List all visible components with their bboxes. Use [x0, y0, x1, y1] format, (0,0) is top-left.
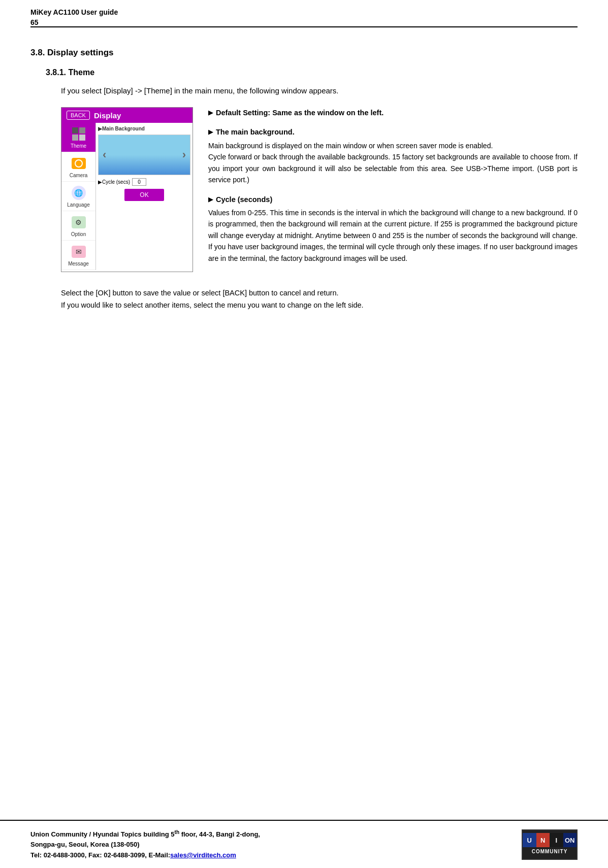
logo-bottom: COMMUNITY — [523, 847, 577, 856]
sidebar-label-theme: Theme — [71, 143, 86, 149]
sidebar-item-option[interactable]: ⚙ Option — [61, 211, 95, 241]
next-arrow[interactable]: › — [182, 148, 186, 161]
description-column: Default Setting: Same as the window on t… — [208, 107, 578, 272]
header: MiKey AC1100 User guide — [0, 0, 608, 17]
main-background-body: Main background is displayed on the main… — [208, 140, 578, 186]
footer-line2: Songpa-gu, Seoul, Korea (138-050) — [30, 841, 140, 848]
union-community-logo: U N I ON COMMUNITY — [522, 829, 578, 860]
footer-text: Union Community / Hyundai Topics buildin… — [30, 828, 260, 861]
cycle-seconds-heading: Cycle (seconds) — [208, 194, 578, 205]
footer-email-link[interactable]: sales@virditech.com — [170, 851, 236, 859]
sidebar-label-message: Message — [68, 261, 89, 266]
subsection-title: 3.8.1. Theme — [46, 68, 578, 77]
logo-cell-i: I — [550, 833, 563, 847]
header-title: MiKey AC1100 User guide — [30, 8, 118, 16]
page-container: MiKey AC1100 User guide 65 3.8. Display … — [0, 0, 608, 868]
two-column-layout: BACK Display — [61, 107, 578, 272]
camera-icon — [71, 155, 87, 172]
footer-line1: Union Community / Hyundai Topics buildin… — [30, 830, 260, 838]
desc-cycle-seconds: Cycle (seconds) Values from 0-255. This … — [208, 194, 578, 264]
sidebar-item-camera[interactable]: Camera — [61, 152, 95, 182]
device-header-title: Display — [94, 111, 121, 120]
page-number: 65 — [30, 18, 578, 26]
intro-text: If you select [Display] -> [Theme] in th… — [61, 86, 578, 95]
desc-default-setting: Default Setting: Same as the window on t… — [208, 107, 578, 118]
logo-top: U N I ON — [523, 833, 577, 847]
language-icon: 🌐 — [71, 185, 87, 201]
sidebar-item-theme[interactable]: Theme — [61, 123, 95, 152]
option-icon: ⚙ — [71, 214, 87, 230]
prev-arrow[interactable]: ‹ — [103, 148, 106, 161]
sidebar-label-language: Language — [67, 202, 90, 208]
logo-cell-u: U — [523, 833, 536, 847]
theme-icon — [71, 126, 87, 142]
footer-line3: Tel: 02-6488-3000, Fax: 02-6488-3099, E-… — [30, 851, 236, 859]
desc-main-background: The main background. Main background is … — [208, 126, 578, 185]
message-icon: ✉ — [71, 244, 87, 260]
section-title: 3.8. Display settings — [30, 48, 578, 58]
background-preview: ‹ › — [98, 135, 190, 175]
logo-cell-n: N — [536, 833, 550, 847]
device-body: Theme Camera 🌐 — [61, 123, 193, 270]
device-main: ▶Main Background ‹ › ▶Cycle (secs) OK — [96, 123, 193, 270]
ok-button[interactable]: OK — [124, 189, 164, 201]
device-header: BACK Display — [61, 108, 193, 123]
main-background-label: ▶Main Background — [98, 126, 190, 131]
sidebar-item-message[interactable]: ✉ Message — [61, 241, 95, 270]
cycle-input[interactable] — [132, 178, 146, 186]
footer: Union Community / Hyundai Topics buildin… — [0, 820, 608, 868]
default-setting-heading: Default Setting: Same as the window on t… — [208, 107, 578, 118]
logo-cell-on: ON — [563, 833, 577, 847]
content: 3.8. Display settings 3.8.1. Theme If yo… — [0, 27, 608, 312]
cycle-row: ▶Cycle (secs) — [98, 178, 190, 186]
device-sidebar: Theme Camera 🌐 — [61, 123, 96, 270]
sidebar-label-camera: Camera — [70, 173, 88, 178]
device-back-button[interactable]: BACK — [67, 111, 90, 120]
main-background-heading: The main background. — [208, 126, 578, 138]
cycle-label: ▶Cycle (secs) — [98, 179, 130, 185]
cycle-seconds-body: Values from 0-255. This time in seconds … — [208, 207, 578, 264]
sidebar-label-option: Option — [71, 231, 86, 237]
bottom-note: Select the [OK] button to save the value… — [61, 287, 578, 312]
device-mockup: BACK Display — [61, 107, 193, 272]
sidebar-item-language[interactable]: 🌐 Language — [61, 182, 95, 211]
